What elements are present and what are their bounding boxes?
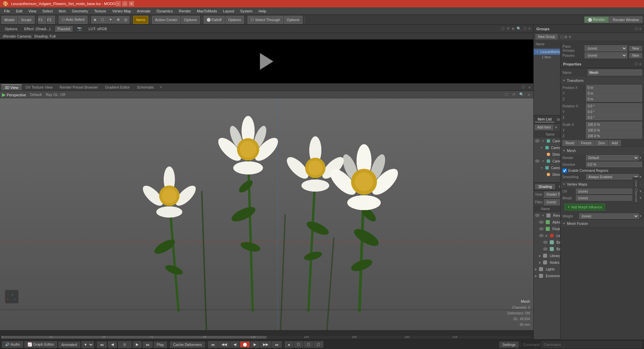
preview-icon6[interactable]: ≡ (529, 27, 531, 31)
falloff-button[interactable]: ⬤ Falloff (204, 16, 225, 24)
frame-input[interactable] (118, 341, 131, 348)
render-window-button[interactable]: Render Window (609, 16, 643, 23)
preview-icon4[interactable]: 🔍 (517, 27, 521, 31)
preview-icon5[interactable]: ⬡ (523, 27, 527, 31)
anim-btn-1[interactable]: ⏮ (208, 341, 218, 348)
tool-icon-3[interactable]: ✦ (107, 16, 114, 23)
preview-icon2[interactable]: ↺ (506, 27, 509, 31)
position-y-input[interactable] (586, 91, 642, 96)
anim-btn-7[interactable]: ⏭ (272, 341, 282, 348)
add-item-button[interactable]: Add Item (535, 125, 553, 130)
graph-editor-button[interactable]: 📈 Graph Editor (24, 341, 57, 348)
group-icon1[interactable]: ⬡ (560, 35, 564, 39)
vp-tb-icon1[interactable]: ⬡ (503, 92, 509, 97)
preview-icon[interactable]: 📷 (75, 26, 84, 32)
groups-settings[interactable]: ≡ (639, 27, 641, 31)
smoothing-dropdown[interactable]: Always Enabled (586, 174, 639, 180)
passes-dropdown[interactable]: (none) (585, 52, 627, 58)
cmd-regions-checkbox[interactable] (562, 168, 567, 173)
del-key-btn[interactable]: ⬡ (314, 341, 323, 348)
play-button[interactable] (258, 53, 275, 70)
items-button[interactable]: Items (133, 16, 148, 24)
animated-dropdown[interactable]: ▼ (82, 341, 94, 348)
sh-eye-leucanth[interactable] (539, 234, 544, 237)
play-transport-button[interactable]: Play (154, 342, 167, 348)
scale-x-input[interactable] (586, 122, 642, 127)
tab-schematic[interactable]: Schematic (133, 85, 157, 90)
menu-select[interactable]: Select (40, 8, 55, 14)
sh-eye-base-shader[interactable] (543, 241, 548, 244)
menu-edit[interactable]: Edit (13, 8, 25, 14)
group-icon2[interactable]: ⊕ (564, 35, 568, 39)
sh-eye-render[interactable] (535, 214, 540, 217)
anim-btn-6[interactable]: ▶▶ (260, 341, 271, 348)
tab-3d-view[interactable]: 3D View (1, 84, 22, 90)
menu-texture[interactable]: Texture (92, 8, 109, 14)
menu-maxtomodo[interactable]: MaxToModo (194, 8, 220, 14)
vp-expand[interactable]: ⬡ (520, 85, 527, 89)
anim-btn-3[interactable]: ◀ (230, 341, 239, 348)
model-button[interactable]: Model (1, 16, 17, 24)
tool-icon-5[interactable]: ◎ (122, 16, 129, 23)
menu-system[interactable]: System (237, 8, 255, 14)
cache-deformers-button[interactable]: Cache Deformers (170, 342, 205, 348)
vertex-maps-header[interactable]: ▼ Vertex Maps (560, 181, 644, 188)
scale-z-input[interactable] (586, 133, 642, 139)
menu-animate[interactable]: Animate (134, 8, 153, 14)
weight-dropdown[interactable]: (none) (579, 213, 639, 219)
3d-viewport[interactable]: x y z Mesh Channels: 0 Deformers: ON GL:… (0, 98, 533, 330)
anim-btn-2[interactable]: ◀◀ (218, 341, 230, 348)
select-through-button[interactable]: ⬡ Select Through (248, 16, 283, 24)
transport-start[interactable]: ⏮ (97, 342, 107, 348)
tool-icon-1[interactable]: ◈ (91, 16, 99, 23)
audio-button[interactable]: 🔊 Audio (2, 341, 23, 348)
position-z-input[interactable] (586, 96, 642, 102)
preview-options[interactable]: Options (3, 26, 19, 32)
vp-tb-icon3[interactable]: 🔍 (518, 92, 525, 97)
preview-icon3[interactable]: ⊕ (512, 27, 515, 31)
mesh-fusion-header[interactable]: ▼ Mesh Fusion (560, 220, 644, 227)
add-item-arrow[interactable]: ▼ (554, 126, 558, 129)
item-eye-4[interactable] (535, 159, 540, 163)
options-select-button[interactable]: Options (284, 16, 303, 24)
mesh-header[interactable]: ▼ Mesh (560, 147, 644, 154)
render-prop-arrow[interactable]: ▼ (639, 156, 642, 159)
menu-layout[interactable]: Layout (220, 8, 237, 14)
anim-btn-5[interactable]: ▶ (251, 341, 259, 348)
key-btn[interactable]: ⬡ (304, 341, 313, 348)
item-eye-1[interactable] (535, 139, 540, 143)
tool-icon-4[interactable]: ⊕ (114, 16, 122, 23)
menu-geometry[interactable]: Geometry (69, 8, 91, 14)
rotation-y-input[interactable] (586, 109, 642, 114)
new-pass-button[interactable]: New (629, 53, 642, 58)
action-center-button[interactable]: Action Center (152, 16, 180, 24)
render-button[interactable]: ⬤ Render (584, 16, 609, 23)
settings-button[interactable]: Settings (499, 342, 519, 348)
record-btn[interactable]: ● (285, 341, 293, 348)
vp-tb-icon4[interactable]: ≡ (527, 93, 531, 97)
properties-settings[interactable]: ≡ (639, 62, 641, 66)
properties-expand[interactable]: ⬡ (635, 62, 638, 66)
rotation-z-input[interactable] (586, 115, 642, 120)
pass-groups-dropdown[interactable]: (none) (585, 45, 627, 51)
add-morph-button[interactable]: + Add Morph Influence (565, 204, 605, 210)
tab-item-list[interactable]: Item List (535, 116, 554, 122)
morph-dropdown[interactable]: (none) (576, 195, 639, 201)
freeze-button[interactable]: Freeze (578, 140, 594, 146)
auto-key-btn[interactable]: ⬡ (294, 341, 303, 348)
menu-item[interactable]: Item (56, 8, 68, 14)
auto-select-button[interactable]: ⬡ Auto Select (59, 16, 88, 24)
menu-dynamics[interactable]: Dynamics (154, 8, 175, 14)
name-input[interactable] (588, 69, 642, 76)
groups-expand[interactable]: ⬡ (635, 27, 638, 31)
menu-view[interactable]: View (26, 8, 39, 14)
tab-gradient-editor[interactable]: Gradient Editor (102, 85, 133, 90)
preview-icon1[interactable]: ⬡ (501, 27, 504, 31)
transform-header[interactable]: ▼ Transform (560, 77, 644, 84)
menu-vertex-map[interactable]: Vertex Map (110, 8, 134, 14)
render-prop-dropdown[interactable]: Default (586, 155, 639, 160)
menu-file[interactable]: File (1, 8, 13, 14)
command-input[interactable] (541, 341, 642, 348)
menu-render[interactable]: Render (176, 8, 194, 14)
scale-y-input[interactable] (586, 128, 642, 133)
